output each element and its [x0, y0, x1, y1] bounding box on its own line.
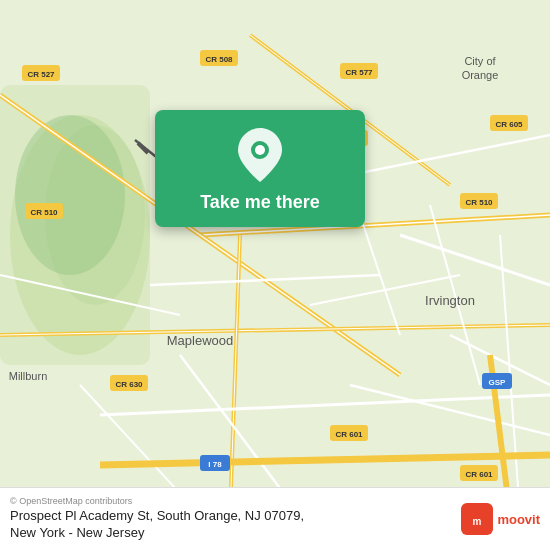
moovit-icon: m	[461, 503, 493, 535]
svg-text:CR 601: CR 601	[335, 430, 363, 439]
svg-text:I 78: I 78	[208, 460, 222, 469]
take-me-there-card[interactable]: Take me there	[155, 110, 365, 227]
svg-text:Maplewood: Maplewood	[167, 333, 234, 348]
map-background: CR 527 CR 508 CR 577 CR 538 CR 605 CR 51…	[0, 0, 550, 550]
svg-text:CR 510: CR 510	[30, 208, 58, 217]
svg-text:City of: City of	[464, 55, 496, 67]
svg-point-70	[255, 145, 265, 155]
map-container: CR 527 CR 508 CR 577 CR 538 CR 605 CR 51…	[0, 0, 550, 550]
osm-attribution: © OpenStreetMap contributors	[10, 496, 304, 506]
moovit-logo: m moovit	[461, 503, 540, 535]
svg-rect-4	[0, 85, 150, 365]
svg-text:GSP: GSP	[489, 378, 507, 387]
svg-text:Millburn: Millburn	[9, 370, 48, 382]
svg-text:CR 510: CR 510	[465, 198, 493, 207]
svg-text:CR 527: CR 527	[27, 70, 55, 79]
moovit-label: moovit	[497, 512, 540, 527]
svg-text:CR 577: CR 577	[345, 68, 373, 77]
svg-text:m: m	[473, 516, 482, 527]
address-line1: Prospect Pl Academy St, South Orange, NJ…	[10, 508, 304, 523]
location-pin-icon	[238, 128, 282, 182]
svg-text:CR 605: CR 605	[495, 120, 523, 129]
svg-text:CR 601: CR 601	[465, 470, 493, 479]
svg-text:Orange: Orange	[462, 69, 499, 81]
svg-text:CR 630: CR 630	[115, 380, 143, 389]
address-section: © OpenStreetMap contributors Prospect Pl…	[10, 496, 304, 542]
svg-text:Irvington: Irvington	[425, 293, 475, 308]
bottom-bar: © OpenStreetMap contributors Prospect Pl…	[0, 487, 550, 550]
address-line2: New York - New Jersey	[10, 525, 144, 540]
take-me-there-button-label: Take me there	[200, 192, 320, 213]
svg-text:CR 508: CR 508	[205, 55, 233, 64]
address-text: Prospect Pl Academy St, South Orange, NJ…	[10, 508, 304, 542]
